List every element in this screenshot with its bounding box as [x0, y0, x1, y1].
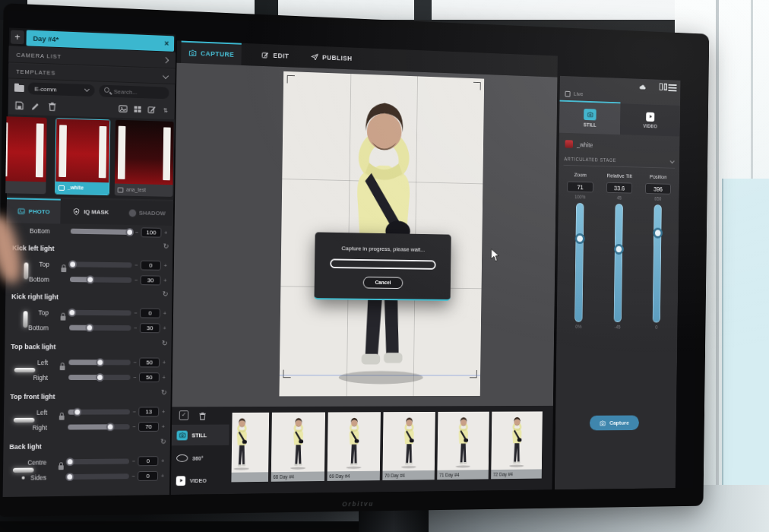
close-icon[interactable]: ×	[164, 39, 169, 48]
slider[interactable]	[68, 375, 130, 380]
reset-icon[interactable]: ↻	[163, 242, 169, 251]
filmstrip-item[interactable]: 72 Day #4	[491, 411, 543, 479]
increment-button[interactable]: +	[163, 359, 166, 366]
active-template-row[interactable]: _white	[565, 140, 593, 148]
decrement-button[interactable]: −	[134, 359, 137, 366]
value-box[interactable]: 30	[141, 275, 161, 285]
value-box[interactable]: 100	[141, 227, 162, 237]
tab-publish[interactable]: PUBLISH	[303, 46, 359, 70]
slider[interactable]	[69, 310, 131, 316]
value-box[interactable]: 0	[138, 456, 158, 466]
reset-icon[interactable]: ↻	[161, 388, 167, 397]
increment-button[interactable]: +	[162, 408, 165, 415]
select-all-icon[interactable]: ✓	[179, 410, 189, 420]
increment-button[interactable]: +	[163, 277, 166, 284]
vertical-slider[interactable]	[653, 204, 662, 322]
increment-button[interactable]: +	[161, 473, 164, 480]
slider-knob[interactable]	[73, 407, 81, 416]
trash-icon[interactable]	[47, 101, 58, 112]
slider-knob[interactable]	[614, 243, 624, 254]
reset-icon[interactable]: ↻	[162, 339, 168, 347]
tab-iq-mask[interactable]: IQ MASK	[60, 199, 121, 225]
edit-icon[interactable]	[30, 100, 41, 111]
tab-capture[interactable]: CAPTURE	[181, 41, 242, 65]
decrement-button[interactable]: −	[133, 374, 136, 381]
tab-edit[interactable]: EDIT	[254, 43, 296, 67]
reset-icon[interactable]: ↻	[163, 290, 169, 298]
slider[interactable]	[68, 458, 129, 464]
filmstrip-item[interactable]	[231, 413, 269, 483]
slider-knob[interactable]	[68, 308, 77, 316]
value-box[interactable]: 70	[138, 422, 159, 432]
increment-button[interactable]: +	[162, 423, 165, 430]
grid-view-icon[interactable]	[132, 104, 143, 115]
template-thumb[interactable]: ana_test	[115, 120, 174, 197]
filmstrip-item[interactable]: 68 Day #4	[271, 412, 325, 481]
save-icon[interactable]	[14, 100, 25, 111]
vertical-slider[interactable]	[614, 204, 623, 322]
right-tab-video[interactable]: VIDEO	[620, 103, 680, 136]
slider[interactable]	[68, 409, 130, 414]
slider-knob[interactable]	[96, 358, 104, 366]
template-thumb-selected[interactable]: _white	[55, 118, 110, 195]
filmstrip-item[interactable]: 69 Day #4	[328, 412, 381, 481]
slider[interactable]	[70, 261, 131, 268]
category-select[interactable]: E-comm	[28, 82, 95, 97]
template-thumb[interactable]	[2, 116, 47, 194]
add-session-button[interactable]: +	[11, 30, 24, 45]
decrement-button[interactable]: −	[133, 408, 136, 415]
value-box[interactable]: 0	[138, 470, 158, 480]
increment-button[interactable]: +	[164, 262, 167, 269]
slider-knob[interactable]	[106, 423, 115, 431]
increment-button[interactable]: +	[163, 325, 166, 331]
slider-knob[interactable]	[85, 323, 93, 331]
slider-knob[interactable]	[66, 472, 74, 480]
value-box[interactable]: 13	[138, 407, 159, 416]
capture-button[interactable]: Capture	[590, 416, 639, 431]
slider-knob[interactable]	[86, 275, 94, 283]
library-icon[interactable]	[660, 83, 663, 90]
value-box[interactable]: 33.6	[606, 182, 632, 194]
increment-button[interactable]: +	[163, 310, 166, 317]
value-box[interactable]: 0	[140, 308, 160, 318]
slider-knob[interactable]	[66, 458, 74, 466]
slider-knob[interactable]	[69, 260, 78, 268]
increment-button[interactable]: +	[161, 458, 164, 464]
decrement-button[interactable]: −	[134, 262, 138, 269]
right-tab-still[interactable]: STILL	[559, 102, 620, 135]
cloud-icon[interactable]	[638, 81, 647, 90]
decrement-button[interactable]: −	[132, 423, 135, 430]
tab-shadow[interactable]: SHADOW	[121, 200, 173, 226]
mode-tab-video[interactable]: VIDEO	[171, 470, 229, 490]
filmstrip-item[interactable]: 71 Day #4	[437, 412, 489, 480]
add-template-icon[interactable]	[147, 104, 157, 115]
mode-tab-360[interactable]: 360°	[171, 448, 229, 468]
vertical-slider[interactable]	[574, 203, 584, 322]
value-box[interactable]: 30	[140, 323, 160, 333]
slider-knob[interactable]	[125, 227, 134, 236]
slider[interactable]	[71, 229, 132, 235]
image-view-icon[interactable]	[118, 103, 128, 114]
decrement-button[interactable]: −	[132, 458, 135, 464]
slider[interactable]	[67, 473, 128, 480]
menu-icon[interactable]	[669, 84, 677, 86]
cancel-button[interactable]: Cancel	[363, 277, 403, 289]
tab-photo[interactable]: PHOTO	[7, 198, 61, 223]
slider[interactable]	[70, 277, 131, 283]
value-box[interactable]: 50	[139, 372, 160, 382]
slider[interactable]	[68, 359, 130, 365]
value-box[interactable]: 396	[645, 183, 671, 195]
decrement-button[interactable]: −	[135, 229, 138, 236]
slider[interactable]	[68, 424, 129, 429]
increment-button[interactable]: +	[163, 374, 166, 381]
search-input[interactable]: Search...	[99, 85, 169, 100]
filmstrip-item[interactable]: 70 Day #4	[382, 412, 435, 480]
decrement-button[interactable]: −	[134, 310, 137, 317]
reset-icon[interactable]: ↻	[160, 438, 166, 446]
value-box[interactable]: 0	[141, 260, 161, 270]
slider-knob[interactable]	[96, 373, 104, 382]
decrement-button[interactable]: −	[134, 325, 137, 331]
slider-knob[interactable]	[574, 233, 584, 244]
value-box[interactable]: 71	[567, 182, 593, 193]
slider-knob[interactable]	[653, 228, 663, 239]
